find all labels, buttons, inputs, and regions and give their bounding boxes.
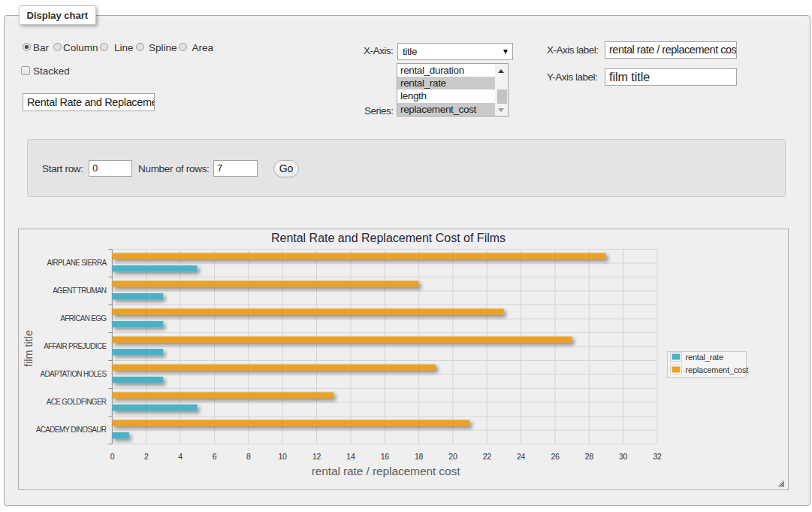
svg-text:30: 30	[619, 452, 628, 461]
svg-text:32: 32	[653, 452, 662, 461]
svg-text:6: 6	[213, 452, 217, 461]
svg-text:24: 24	[517, 452, 526, 461]
svg-text:4: 4	[178, 452, 183, 461]
svg-text:12: 12	[312, 452, 321, 461]
svg-text:22: 22	[483, 452, 492, 461]
svg-text:28: 28	[585, 452, 594, 461]
svg-text:replacement_cost: replacement_cost	[686, 365, 749, 374]
svg-text:2: 2	[144, 452, 149, 461]
svg-text:20: 20	[448, 452, 457, 461]
svg-text:AIRPLANE SIERRA: AIRPLANE SIERRA	[47, 259, 107, 267]
svg-text:rental rate / replacement cost: rental rate / replacement cost	[312, 465, 461, 477]
svg-text:26: 26	[551, 452, 560, 461]
svg-text:rental_rate: rental_rate	[686, 353, 723, 362]
svg-text:ACADEMY DINOSAUR: ACADEMY DINOSAUR	[36, 426, 107, 434]
svg-text:ACE GOLDFINGER: ACE GOLDFINGER	[47, 398, 107, 406]
svg-text:0: 0	[110, 452, 115, 461]
svg-text:8: 8	[246, 452, 251, 461]
svg-text:AFRICAN EGG: AFRICAN EGG	[60, 314, 107, 323]
svg-text:Rental Rate and Replacement Co: Rental Rate and Replacement Cost of Film…	[271, 232, 506, 244]
svg-text:14: 14	[346, 452, 355, 461]
svg-text:10: 10	[279, 452, 288, 461]
svg-text:18: 18	[415, 452, 424, 461]
svg-text:AGENT TRUMAN: AGENT TRUMAN	[53, 286, 107, 295]
svg-text:ADAPTATION HOLES: ADAPTATION HOLES	[40, 370, 107, 378]
svg-text:AFFAIR PREJUDICE: AFFAIR PREJUDICE	[44, 342, 107, 350]
svg-text:film title: film title	[23, 330, 35, 367]
svg-text:16: 16	[381, 452, 390, 461]
